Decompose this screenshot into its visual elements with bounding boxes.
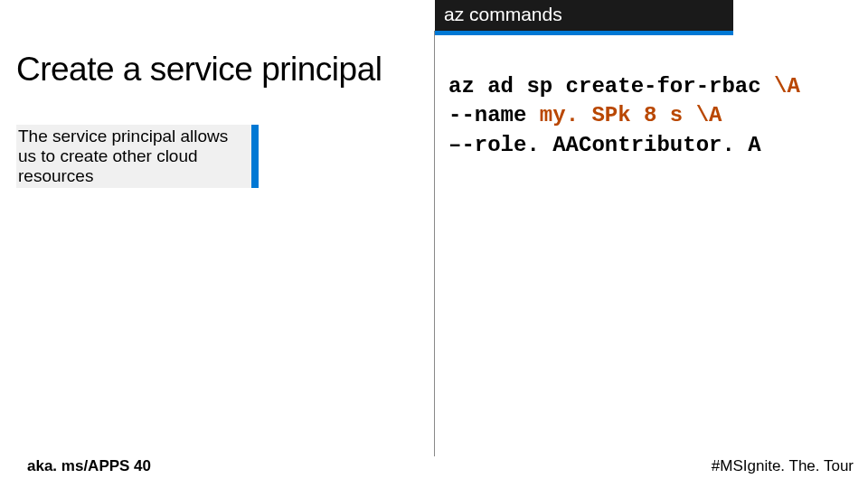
footer-link: aka. ms/APPS 40	[27, 457, 151, 475]
commands-header-underline	[435, 31, 733, 35]
callout-box: The service principal allows us to creat…	[16, 125, 259, 188]
code-block: az ad sp create-for-rbac \A --name my. S…	[448, 72, 846, 160]
commands-header-label: az commands	[444, 4, 562, 24]
column-divider	[434, 31, 435, 456]
code-line2a: --name	[448, 103, 540, 127]
page-title: Create a service principal	[16, 51, 382, 89]
code-sp-name: my. SPk 8 s	[540, 103, 696, 127]
code-line1a: az ad sp create-for-rbac	[448, 74, 774, 99]
code-line1-cont: \A	[774, 74, 800, 99]
commands-header: az commands	[435, 0, 733, 31]
code-line3: –-role. AAContributor. A	[448, 133, 761, 157]
code-line2-cont: \A	[696, 103, 722, 127]
footer-hashtag: #MSIgnite. The. Tour	[712, 457, 854, 475]
slide: az commands Create a service principal T…	[0, 0, 868, 488]
callout-text: The service principal allows us to creat…	[18, 127, 228, 185]
